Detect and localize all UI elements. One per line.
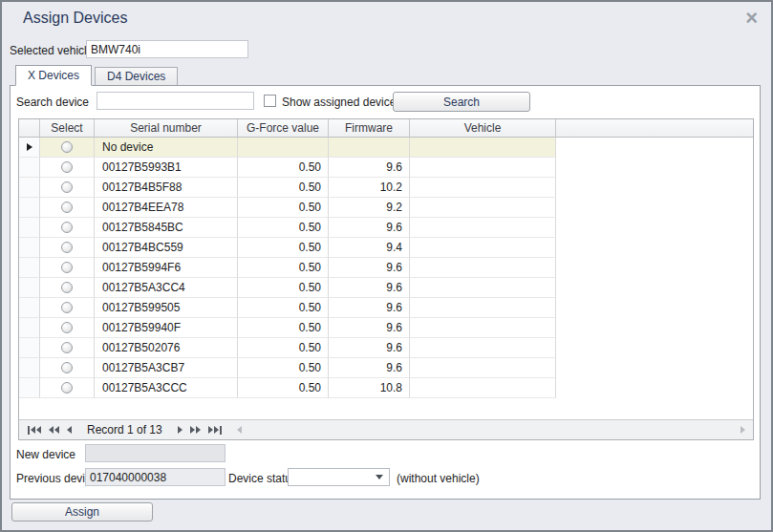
gforce-value-cell: 0.50 (238, 378, 329, 398)
row-filler (556, 338, 753, 358)
table-row[interactable]: No device (19, 138, 753, 158)
table-row[interactable]: 00127B5020760.509.6 (19, 338, 753, 358)
search-device-label: Search device (16, 96, 89, 109)
prev-page-button[interactable] (45, 420, 63, 439)
select-radio[interactable] (61, 202, 73, 213)
serial-number-cell: 00127B4B5F88 (95, 178, 238, 198)
selected-vehicle-field[interactable] (86, 40, 248, 58)
show-assigned-label: Show assigned devices (282, 96, 401, 109)
serial-number-cell: 00127B5994F6 (95, 258, 238, 278)
hscroll-left-arrow[interactable] (233, 420, 246, 439)
vehicle-cell (410, 318, 556, 338)
row-indicator-cell (19, 138, 40, 158)
row-indicator-cell (19, 298, 40, 318)
select-radio[interactable] (61, 262, 73, 273)
select-cell (40, 218, 95, 238)
row-indicator-cell (19, 218, 40, 238)
serial-number-cell: 00127B5845BC (95, 218, 238, 238)
select-radio[interactable] (61, 342, 73, 353)
table-row[interactable]: 00127B5993B10.509.6 (19, 158, 753, 178)
first-record-button[interactable] (24, 420, 45, 439)
hscroll-right-arrow[interactable] (737, 420, 749, 439)
select-radio[interactable] (61, 382, 73, 394)
chevron-down-icon (376, 475, 383, 479)
firmware-cell: 9.6 (329, 298, 410, 318)
vehicle-cell (410, 178, 556, 198)
vehicle-cell (410, 198, 556, 218)
table-row[interactable]: 00127B5845BC0.509.6 (19, 218, 753, 238)
firmware-cell: 10.8 (329, 378, 410, 398)
column-header-firmware[interactable]: Firmware (329, 119, 410, 138)
select-radio[interactable] (61, 282, 73, 293)
table-row[interactable]: 00127B5995050.509.6 (19, 298, 753, 318)
next-record-button[interactable] (174, 420, 186, 439)
close-icon[interactable]: × (741, 4, 762, 32)
select-radio[interactable] (61, 362, 73, 373)
gforce-value-cell: 0.50 (238, 338, 329, 358)
firmware-cell: 9.6 (329, 158, 410, 178)
table-row[interactable]: 00127B5A3CB70.509.6 (19, 358, 753, 378)
table-row[interactable]: 00127B59940F0.509.6 (19, 318, 753, 338)
column-header-vehicle[interactable]: Vehicle (410, 119, 556, 138)
select-cell (40, 298, 95, 318)
serial-number-cell: 00127B5A3CC4 (95, 278, 238, 298)
show-assigned-checkbox[interactable] (264, 95, 276, 107)
select-cell (40, 278, 95, 298)
tab-d4-devices[interactable]: D4 Devices (95, 67, 178, 86)
serial-number-cell: 00127B5993B1 (95, 158, 238, 178)
prev-record-button[interactable] (63, 420, 75, 439)
select-radio[interactable] (61, 141, 73, 153)
table-row[interactable]: 00127B5A3CC40.509.6 (19, 278, 753, 298)
vehicle-cell (410, 238, 556, 258)
tab-x-devices[interactable]: X Devices (15, 65, 92, 86)
device-status-dropdown[interactable] (288, 468, 390, 486)
gforce-value-cell: 0.50 (238, 158, 329, 178)
vehicle-cell (410, 298, 556, 318)
previous-device-field[interactable] (85, 468, 225, 486)
table-row[interactable]: 00127B5994F60.509.6 (19, 258, 753, 278)
vehicle-cell (410, 358, 556, 378)
serial-number-cell: 00127B502076 (95, 338, 238, 358)
new-device-field[interactable] (85, 444, 225, 462)
vehicle-cell (410, 138, 556, 158)
assign-button[interactable]: Assign (11, 502, 153, 521)
row-indicator-cell (19, 278, 40, 298)
column-header-select[interactable]: Select (40, 119, 95, 138)
row-filler (556, 178, 753, 198)
search-button[interactable]: Search (393, 92, 530, 112)
firmware-cell: 9.6 (329, 338, 410, 358)
select-radio[interactable] (61, 242, 73, 253)
table-row[interactable]: 00127B4BC5590.509.4 (19, 238, 753, 258)
select-radio[interactable] (61, 302, 73, 313)
row-filler (556, 218, 753, 238)
search-device-input[interactable] (97, 92, 254, 110)
select-cell (40, 338, 95, 358)
firmware-cell: 9.6 (329, 278, 410, 298)
next-page-button[interactable] (186, 420, 204, 439)
gforce-value-cell: 0.50 (238, 198, 329, 218)
row-indicator-cell (19, 238, 40, 258)
select-radio[interactable] (61, 161, 73, 173)
firmware-cell: 9.6 (329, 258, 410, 278)
firmware-cell: 9.6 (329, 358, 410, 378)
gforce-value-cell: 0.50 (238, 218, 329, 238)
new-device-label: New device (16, 448, 75, 461)
column-header-serial-number[interactable]: Serial number (95, 119, 238, 138)
select-radio[interactable] (61, 322, 73, 333)
table-row[interactable]: 00127B4B5F880.5010.2 (19, 178, 753, 198)
select-radio[interactable] (61, 222, 73, 233)
select-cell (40, 198, 95, 218)
gforce-value-cell: 0.50 (238, 258, 329, 278)
select-radio[interactable] (61, 181, 73, 193)
row-filler (556, 318, 753, 338)
table-row[interactable]: 00127B5A3CCC0.5010.8 (19, 378, 753, 398)
table-row[interactable]: 00127B4EEA780.509.2 (19, 198, 753, 218)
serial-number-cell: 00127B5A3CCC (95, 378, 238, 398)
tab-content-panel: Search device Show assigned devices Sear… (10, 85, 761, 500)
firmware-cell: 9.6 (329, 318, 410, 338)
firmware-cell: 9.4 (329, 238, 410, 258)
serial-number-cell: 00127B5A3CB7 (95, 358, 238, 378)
column-header-gforce[interactable]: G-Force value (238, 119, 329, 138)
row-filler (556, 298, 753, 318)
last-record-button[interactable] (204, 420, 225, 439)
